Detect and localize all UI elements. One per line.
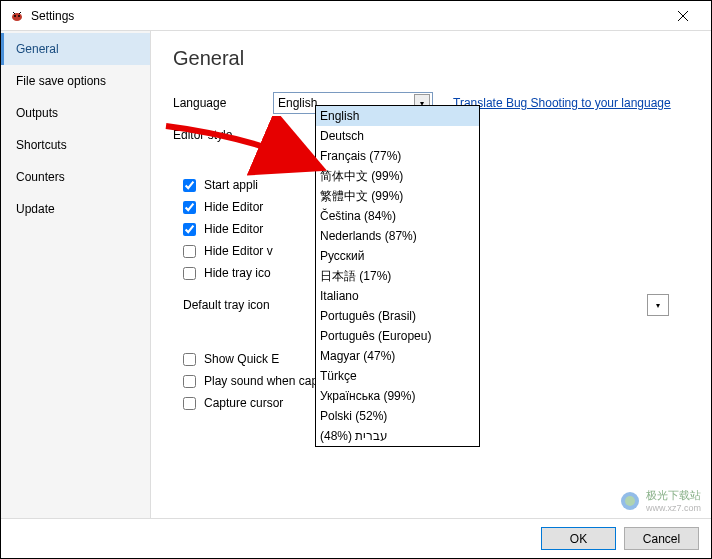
sidebar-item-shortcuts[interactable]: Shortcuts: [1, 129, 150, 161]
dropdown-item[interactable]: Português (Brasil): [316, 306, 479, 326]
svg-line-3: [13, 12, 15, 14]
dropdown-item[interactable]: Українська (99%): [316, 386, 479, 406]
checkbox[interactable]: [183, 223, 196, 236]
dropdown-item[interactable]: Čeština (84%): [316, 206, 479, 226]
checkbox[interactable]: [183, 353, 196, 366]
dropdown-item[interactable]: Français (77%): [316, 146, 479, 166]
window-title: Settings: [31, 9, 663, 23]
cancel-button[interactable]: Cancel: [624, 527, 699, 550]
check-label: Capture cursor: [204, 396, 283, 410]
dropdown-item[interactable]: עברית (48%): [316, 426, 479, 446]
check-label: Show Quick E: [204, 352, 279, 366]
checkbox[interactable]: [183, 375, 196, 388]
page-title: General: [173, 47, 689, 70]
check-label: Hide Editor: [204, 200, 263, 214]
footer: OK Cancel: [1, 518, 711, 558]
sidebar-item-label: Shortcuts: [16, 138, 67, 152]
svg-point-1: [14, 15, 16, 17]
default-tray-label: Default tray icon: [183, 298, 270, 312]
ok-button[interactable]: OK: [541, 527, 616, 550]
dropdown-item[interactable]: Türkçe: [316, 366, 479, 386]
editor-style-label: Editor style: [173, 128, 273, 142]
dropdown-item[interactable]: Nederlands (87%): [316, 226, 479, 246]
dropdown-item[interactable]: Русский: [316, 246, 479, 266]
translate-link[interactable]: Translate Bug Shooting to your language: [453, 96, 671, 110]
titlebar: Settings: [1, 1, 711, 31]
sidebar-item-label: Update: [16, 202, 55, 216]
dropdown-item[interactable]: 简体中文 (99%): [316, 166, 479, 186]
dropdown-item[interactable]: Magyar (47%): [316, 346, 479, 366]
sidebar: General File save options Outputs Shortc…: [1, 31, 151, 518]
checkbox[interactable]: [183, 201, 196, 214]
svg-point-0: [12, 13, 22, 21]
sidebar-item-file-save-options[interactable]: File save options: [1, 65, 150, 97]
checkbox[interactable]: [183, 179, 196, 192]
dropdown-item[interactable]: Italiano: [316, 286, 479, 306]
svg-line-4: [19, 12, 21, 14]
close-icon: [678, 11, 688, 21]
check-label: Hide tray ico: [204, 266, 271, 280]
watermark: 极光下载站 www.xz7.com: [620, 488, 701, 513]
chevron-down-icon: ▾: [656, 301, 660, 310]
sidebar-item-counters[interactable]: Counters: [1, 161, 150, 193]
language-label: Language: [173, 96, 273, 110]
sidebar-item-label: File save options: [16, 74, 106, 88]
sidebar-item-label: Counters: [16, 170, 65, 184]
check-label: Hide Editor v: [204, 244, 273, 258]
dropdown-item[interactable]: 繁體中文 (99%): [316, 186, 479, 206]
sidebar-item-label: Outputs: [16, 106, 58, 120]
watermark-text: 极光下载站 www.xz7.com: [646, 488, 701, 513]
language-dropdown[interactable]: English Deutsch Français (77%) 简体中文 (99%…: [315, 105, 480, 447]
close-button[interactable]: [663, 2, 703, 30]
sidebar-item-update[interactable]: Update: [1, 193, 150, 225]
dropdown-item[interactable]: Deutsch: [316, 126, 479, 146]
sidebar-item-outputs[interactable]: Outputs: [1, 97, 150, 129]
checkbox[interactable]: [183, 397, 196, 410]
app-icon: [9, 8, 25, 24]
dropdown-item[interactable]: Polski (52%): [316, 406, 479, 426]
default-tray-combo[interactable]: ▾: [647, 294, 669, 316]
checkbox[interactable]: [183, 267, 196, 280]
check-label: Start appli: [204, 178, 258, 192]
watermark-icon: [620, 491, 640, 511]
sidebar-item-general[interactable]: General: [1, 33, 150, 65]
sidebar-item-label: General: [16, 42, 59, 56]
check-label: Hide Editor: [204, 222, 263, 236]
dropdown-item[interactable]: Português (Europeu): [316, 326, 479, 346]
dropdown-item[interactable]: English: [316, 106, 479, 126]
checkbox[interactable]: [183, 245, 196, 258]
svg-point-2: [18, 15, 20, 17]
dropdown-item[interactable]: 日本語 (17%): [316, 266, 479, 286]
